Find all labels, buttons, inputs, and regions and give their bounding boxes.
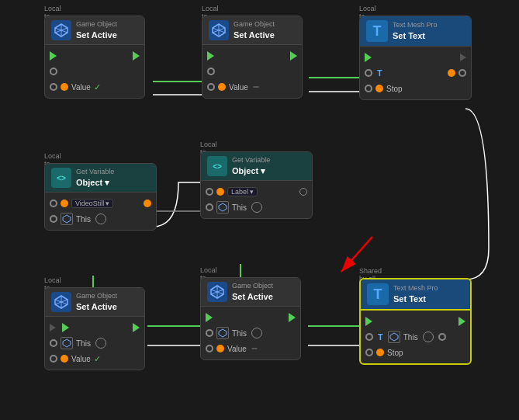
node-7-main: Set Active (232, 291, 273, 302)
node-5-body-ports: Label ▾ This (201, 181, 312, 218)
node-7-this-label: This (232, 329, 247, 338)
node-1-checkmark: ✓ (94, 82, 101, 92)
node-8-t-out (438, 333, 446, 341)
node-5-body: <> Get Variable Object ▾ Label ▾ This (200, 151, 313, 219)
node-8-stop-label: Stop (387, 349, 403, 357)
node-2-icon (209, 20, 229, 40)
node-8-t-in (365, 333, 373, 341)
svg-marker-20 (219, 329, 227, 337)
node-3-t-in (365, 69, 372, 77)
node-3-t-out (458, 69, 466, 77)
node-8-flow-in (365, 317, 372, 326)
node-8-flow-out (458, 317, 465, 326)
node-7-body: Game Object Set Active This Valu (200, 277, 301, 360)
node-2-header: Game Object Set Active (202, 16, 302, 45)
node-1-main: Set Active (76, 30, 117, 40)
node-7-flow-out (289, 313, 296, 322)
node-8-row-flow (361, 314, 470, 329)
node-6-flow-in (50, 324, 56, 331)
node-1-icon (51, 20, 71, 40)
node-3-stop-label: Stop (386, 85, 403, 93)
node-4-this-in (50, 215, 57, 223)
node-8-row-stop: Stop (361, 345, 470, 360)
node-6-val-in (50, 355, 57, 363)
node-5-label-pill[interactable]: Label ▾ (227, 187, 258, 196)
node-3-row-flow (360, 50, 471, 65)
node-1-row-flow (45, 48, 144, 64)
node-3-title: Text Mesh Pro Set Text (393, 21, 438, 41)
node-6-main: Set Active (76, 301, 117, 312)
node-2-flow-out (290, 51, 297, 61)
node-5-this-label: This (232, 203, 247, 212)
node-3-t-icon: T (377, 68, 382, 78)
node-3-subtitle: Text Mesh Pro (393, 21, 438, 30)
node-1-body-ports: Value ✓ (45, 45, 144, 98)
node-1-body: Game Object Set Active Value ✓ (44, 16, 145, 99)
node-8-subtitle: Text Mesh Pro (393, 284, 438, 293)
node-2-body-ports: Value (202, 45, 302, 98)
node-4-header: <> Get Variable Object ▾ (45, 164, 156, 193)
node-4-row-this: This (45, 211, 156, 227)
node-2-val-label: Value (229, 83, 248, 92)
node-8-this-cube (388, 331, 400, 343)
node-8-stop-in (365, 349, 373, 356)
node-6-body-ports: This Value ✓ (45, 317, 144, 370)
node-1-val-in (50, 83, 57, 91)
node-3-body: T Text Mesh Pro Set Text T S (359, 16, 472, 100)
node-6-obj-cube (61, 337, 73, 349)
node-6-subtitle: Game Object (76, 292, 117, 301)
node-5-this-cube (216, 201, 229, 213)
node-3-flow-out (460, 54, 466, 61)
node-8-this-label: This (403, 333, 418, 342)
node-5-this-in (206, 203, 213, 211)
node-1-title: Game Object Set Active (76, 20, 117, 40)
node-4-icon: <> (51, 168, 71, 188)
node-7-row-obj: This (201, 325, 300, 341)
node-1-val-label: Value (71, 83, 91, 92)
node-8-stop-dot (376, 349, 384, 356)
node-7-title: Game Object Set Active (232, 282, 273, 302)
node-6-body: Game Object Set Active This (44, 287, 145, 370)
node-8-body: T Text Mesh Pro Set Text T This (359, 278, 472, 365)
node-5-label-out (299, 188, 307, 196)
node-4-this-label: This (76, 215, 91, 224)
node-3-stop-in (365, 85, 372, 92)
node-6-this-circle (95, 338, 106, 349)
node-1-obj-in (50, 68, 57, 75)
node-5-label-dot (216, 188, 224, 196)
node-4-vs-dot (61, 200, 68, 207)
node-2-row-obj (202, 64, 302, 79)
node-4-this-circle (95, 213, 106, 224)
node-7-row-value: Value (201, 341, 300, 356)
node-6-row-flow (45, 320, 144, 335)
node-7-val-dot (216, 345, 224, 352)
node-5-row-this: This (201, 200, 312, 215)
node-8-t-icon: T (378, 332, 383, 342)
node-7-row-flow (201, 310, 300, 325)
node-6-icon (51, 292, 71, 312)
svg-marker-15 (63, 339, 71, 347)
node-8-header: T Text Mesh Pro Set Text (361, 279, 470, 311)
node-7-val-label: Value (227, 345, 247, 353)
node-4-vs-out-dot (144, 200, 151, 207)
node-8-main: Set Text (393, 293, 438, 304)
node-1-subtitle: Game Object (76, 20, 117, 30)
svg-marker-10 (219, 203, 227, 211)
node-1-flow-in (50, 51, 57, 61)
node-4-vs-pill[interactable]: VideoStill ▾ (71, 199, 113, 208)
node-8-row-t: T This (361, 329, 470, 345)
node-4-title: Get Variable Object ▾ (76, 168, 114, 188)
node-2-title: Game Object Set Active (234, 20, 275, 40)
node-3-icon: T (366, 20, 388, 42)
node-2-row-flow (202, 48, 302, 64)
node-3-body-ports: T Stop (360, 47, 471, 99)
node-3-t-dot (448, 69, 455, 77)
node-6-this-label: This (76, 339, 91, 348)
svg-marker-21 (390, 333, 398, 341)
node-5-icon: <> (207, 156, 227, 176)
node-6-title: Game Object Set Active (76, 292, 117, 312)
node-3-header: T Text Mesh Pro Set Text (360, 16, 471, 47)
node-5-row-label: Label ▾ (201, 184, 312, 200)
node-5-subtitle: Get Variable (232, 156, 270, 165)
node-5-header: <> Get Variable Object ▾ (201, 152, 312, 181)
